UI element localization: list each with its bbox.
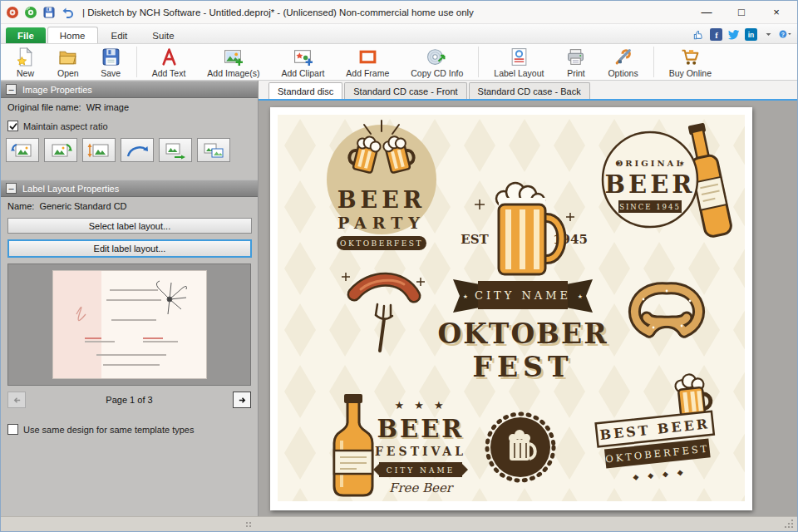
svg-text:Free Beer: Free Beer xyxy=(389,480,455,495)
svg-text:FESTIVAL: FESTIVAL xyxy=(375,445,466,458)
rotate-left-button[interactable] xyxy=(6,138,39,162)
shopping-cart-icon xyxy=(680,47,701,67)
flower-sketch xyxy=(156,281,186,314)
tab-suite[interactable]: Suite xyxy=(140,27,185,43)
button-label: Options xyxy=(608,68,638,78)
svg-text:ORIGINAL: ORIGINAL xyxy=(616,159,685,168)
copy-cd-info-button[interactable]: Copy CD Info xyxy=(400,44,474,80)
button-label: Add Image(s) xyxy=(207,68,259,78)
poster-design[interactable]: BEER PARTY OKTOBERFEST xyxy=(278,115,745,501)
tab-file[interactable]: File xyxy=(6,27,46,43)
page-navigation: Page 1 of 3 xyxy=(7,392,251,408)
collapse-button[interactable]: – xyxy=(6,84,17,95)
window-controls: — □ × xyxy=(689,1,794,23)
maximize-button[interactable]: □ xyxy=(724,1,759,23)
main-area: Standard disc Standard CD case - Front S… xyxy=(259,81,797,516)
layout-thumbnail[interactable] xyxy=(53,271,206,378)
check-icon xyxy=(9,122,17,131)
ribbon-separator xyxy=(478,47,479,77)
previous-page-button[interactable] xyxy=(7,392,26,408)
options-button[interactable]: Options xyxy=(597,44,648,80)
tab-home[interactable]: Home xyxy=(47,27,98,43)
section-title: Image Properties xyxy=(22,85,92,95)
svg-text:BEER: BEER xyxy=(377,415,465,443)
select-label-layout-button[interactable]: Select label layout... xyxy=(7,218,252,234)
app-window: | Disketch by NCH Software - Untitled.de… xyxy=(0,0,798,532)
rotate-right-icon xyxy=(48,141,73,160)
title-bar: | Disketch by NCH Software - Untitled.de… xyxy=(1,1,797,24)
help-button[interactable]: ? xyxy=(779,27,792,41)
svg-text:★ ★ ★: ★ ★ ★ xyxy=(394,399,446,411)
svg-text:OKTOBER: OKTOBER xyxy=(437,318,608,350)
svg-text:OKTOBERFEST: OKTOBERFEST xyxy=(340,239,423,248)
quick-disc-button[interactable] xyxy=(22,4,38,20)
resize-image-button[interactable] xyxy=(197,138,230,162)
page-indicator: Page 1 of 3 xyxy=(26,395,233,405)
resize-image-icon xyxy=(201,141,226,160)
city-name-ribbon[interactable]: ★ ★ CITY NAME xyxy=(453,279,593,313)
flip-vertical-icon xyxy=(86,141,111,160)
svg-text:in: in xyxy=(747,31,753,39)
file-name-row: Original file name: WR image xyxy=(1,98,258,116)
rotate-right-button[interactable] xyxy=(44,138,77,162)
resize-grip[interactable] xyxy=(784,519,795,530)
print-button[interactable]: Print xyxy=(554,44,597,80)
layout-name-value: Generic Standard CD xyxy=(39,201,126,211)
svg-text:EST: EST xyxy=(461,232,489,247)
save-button[interactable]: Save xyxy=(90,44,132,80)
save-icon xyxy=(101,47,121,67)
add-text-button[interactable]: Add Text xyxy=(141,44,197,80)
doc-tab-cd-case-front[interactable]: Standard CD case - Front xyxy=(344,82,466,99)
svg-text:FEST: FEST xyxy=(473,351,574,383)
window-title: | Disketch by NCH Software - Untitled.de… xyxy=(82,7,687,17)
same-design-checkbox[interactable] xyxy=(7,424,18,435)
add-text-icon xyxy=(159,47,180,67)
flip-horizontal-button[interactable] xyxy=(159,138,192,162)
tab-edit[interactable]: Edit xyxy=(100,27,140,43)
next-page-button[interactable] xyxy=(233,392,251,408)
print-icon xyxy=(565,47,586,67)
design-page[interactable]: BEER PARTY OKTOBERFEST xyxy=(270,107,752,510)
maintain-aspect-checkbox[interactable] xyxy=(7,121,18,131)
menu-bar: File Home Edit Suite f in ? xyxy=(1,24,797,44)
open-button[interactable]: Open xyxy=(47,44,90,80)
image-transform-row xyxy=(1,135,258,170)
close-button[interactable]: × xyxy=(759,1,794,23)
splitter-grip[interactable] xyxy=(245,521,255,528)
collapse-button[interactable]: – xyxy=(6,183,17,194)
buy-online-button[interactable]: Buy Online xyxy=(658,44,722,80)
minimize-button[interactable]: — xyxy=(689,1,724,23)
like-button[interactable] xyxy=(692,27,705,41)
content-area: – Image Properties Original file name: W… xyxy=(1,81,797,516)
sidebar: – Image Properties Original file name: W… xyxy=(1,81,259,516)
options-icon xyxy=(613,47,633,67)
svg-text:★: ★ xyxy=(578,293,583,300)
add-images-button[interactable]: Add Image(s) xyxy=(196,44,270,80)
edit-label-layout-button[interactable]: Edit label layout... xyxy=(7,239,252,258)
flip-horizontal-icon xyxy=(163,141,188,160)
linkedin-button[interactable]: in xyxy=(744,27,757,41)
undo-button[interactable] xyxy=(59,4,75,20)
section-title: Label Layout Properties xyxy=(22,184,119,194)
doc-tab-standard-disc[interactable]: Standard disc xyxy=(268,82,342,99)
button-label: Buy Online xyxy=(669,68,712,78)
quick-save-button[interactable] xyxy=(41,4,57,20)
doc-tab-cd-case-back[interactable]: Standard CD case - Back xyxy=(469,82,590,99)
add-frame-button[interactable]: Add Frame xyxy=(335,44,400,80)
checkbox-label: Maintain aspect ratio xyxy=(23,121,108,131)
button-label: Save xyxy=(101,68,121,78)
svg-text:★: ★ xyxy=(463,293,468,300)
copy-cd-icon xyxy=(426,47,447,67)
free-rotate-button[interactable] xyxy=(121,138,154,162)
button-label: Label Layout xyxy=(494,68,544,78)
label-layout-button[interactable]: Label Layout xyxy=(483,44,554,80)
facebook-button[interactable]: f xyxy=(709,27,722,41)
flip-vertical-button[interactable] xyxy=(82,138,116,162)
add-clipart-button[interactable]: Add Clipart xyxy=(270,44,335,80)
twitter-button[interactable] xyxy=(727,27,740,41)
add-frame-icon xyxy=(357,47,378,67)
add-image-icon xyxy=(223,47,244,67)
chevron-down-icon[interactable] xyxy=(761,27,775,41)
rotate-left-icon xyxy=(10,141,35,160)
new-button[interactable]: New xyxy=(4,44,47,80)
